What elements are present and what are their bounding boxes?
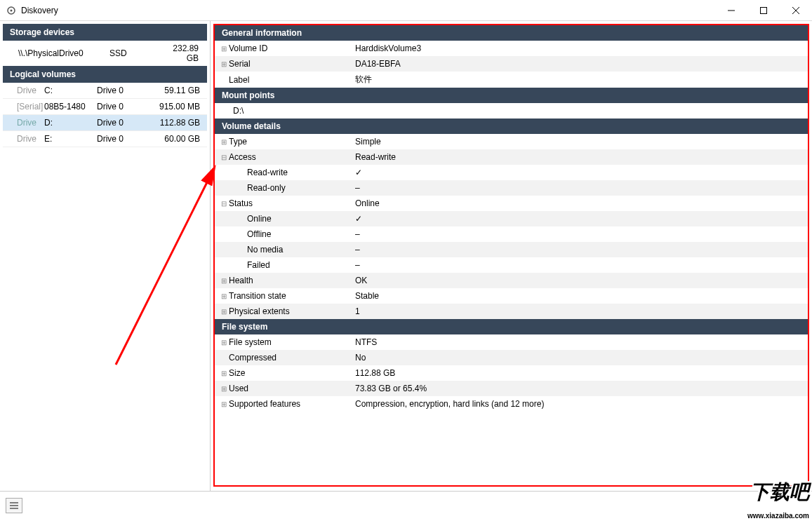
vol-letter: 08B5-1480 (44, 102, 97, 111)
row-compressed: Compressed No (215, 350, 808, 365)
val: NTFS (355, 337, 804, 347)
key: Read-only (247, 183, 355, 193)
row-used: ⊞ Used 73.83 GB or 65.4% (215, 381, 808, 396)
row-extents: ⊞ Physical extents 1 (215, 304, 808, 319)
row-volume-id: ⊞ Volume ID HarddiskVolume3 (215, 41, 808, 56)
row-serial: ⊞ Serial DA18-EBFA (215, 56, 808, 72)
val: OK (355, 276, 804, 285)
val: Stable (355, 291, 804, 301)
window-controls (715, 0, 812, 20)
expand-icon[interactable]: ⊞ (219, 370, 229, 377)
key: Online (247, 214, 355, 224)
detail-pane: General information ⊞ Volume ID Harddisk… (213, 24, 809, 487)
device-type: SSD (109, 48, 159, 58)
key: Transition state (229, 291, 355, 301)
row-size: ⊞ Size 112.88 GB (215, 365, 808, 381)
row-rw: Read-write ✓ (215, 165, 808, 180)
key: Failed (247, 260, 355, 270)
close-button[interactable] (780, 0, 812, 21)
row-transition: ⊞ Transition state Stable (215, 288, 808, 304)
titlebar: Diskovery (0, 0, 812, 21)
vol-label: Drive (6, 118, 44, 128)
vol-drive: Drive 0 (97, 118, 146, 128)
expand-icon[interactable]: ⊞ (219, 339, 229, 346)
minimize-button[interactable] (715, 0, 747, 21)
row-nomedia: No media – (215, 242, 808, 257)
vol-label: [Serial] (6, 102, 44, 111)
expand-icon[interactable]: ⊞ (219, 400, 229, 408)
key: Serial (229, 59, 355, 69)
expand-icon[interactable]: ⊞ (219, 138, 229, 146)
val: 112.88 GB (355, 368, 804, 378)
val: 1 (355, 306, 804, 316)
row-health: ⊞ Health OK (215, 273, 808, 288)
svg-rect-3 (761, 8, 767, 14)
val: ✓ (355, 214, 804, 224)
row-access: ⊟ Access Read-write (215, 149, 808, 165)
expand-icon[interactable]: ⊞ (219, 277, 229, 285)
key: Size (229, 368, 355, 378)
val: ✓ (355, 168, 804, 177)
key: Offline (247, 229, 355, 239)
device-size: 232.89 GB (159, 43, 203, 63)
vol-size: 59.11 GB (146, 86, 204, 95)
expand-icon[interactable]: ⊞ (219, 308, 229, 316)
key: Volume ID (229, 43, 355, 53)
val: 73.83 GB or 65.4% (355, 384, 804, 393)
volumes-section-header: Logical volumes (3, 66, 207, 83)
bottom-bar (0, 491, 812, 519)
volume-row-serial[interactable]: [Serial] 08B5-1480 Drive 0 915.00 MB (3, 99, 207, 115)
val: Online (355, 198, 804, 208)
expand-icon[interactable]: ⊞ (219, 45, 229, 53)
collapse-icon[interactable]: ⊟ (219, 154, 229, 161)
val: DA18-EBFA (355, 59, 804, 69)
mount-header: Mount points (215, 88, 808, 103)
hamburger-icon (10, 502, 18, 509)
volume-row-d[interactable]: Drive D: Drive 0 112.88 GB (3, 115, 207, 131)
menu-button[interactable] (6, 498, 22, 513)
svg-point-1 (11, 9, 13, 11)
val: HarddiskVolume3 (355, 43, 804, 53)
vol-letter: C: (44, 86, 97, 95)
val: – (355, 229, 804, 239)
storage-section-header: Storage devices (3, 24, 207, 41)
vol-drive: Drive 0 (97, 134, 146, 144)
key: Physical extents (229, 306, 355, 316)
val: Simple (355, 137, 804, 147)
row-label: Label 软件 (215, 72, 808, 88)
key: Label (229, 75, 355, 85)
general-header: General information (215, 25, 808, 41)
collapse-icon[interactable]: ⊟ (219, 200, 229, 208)
key: Supported features (229, 399, 355, 409)
row-type: ⊞ Type Simple (215, 134, 808, 149)
vol-size: 915.00 MB (146, 102, 204, 111)
val: Read-write (355, 152, 804, 162)
expand-icon[interactable]: ⊞ (219, 292, 229, 300)
expand-icon[interactable]: ⊞ (219, 385, 229, 393)
app-icon (6, 5, 17, 16)
volume-row-e[interactable]: Drive E: Drive 0 60.00 GB (3, 131, 207, 147)
key: No media (247, 245, 355, 255)
left-panel: Storage devices \\.\PhysicalDrive0 SSD 2… (0, 21, 211, 491)
storage-device-row[interactable]: \\.\PhysicalDrive0 SSD 232.89 GB (3, 41, 207, 66)
vol-size: 60.00 GB (146, 134, 204, 144)
val: No (355, 353, 804, 363)
row-status: ⊟ Status Online (215, 196, 808, 211)
vol-size: 112.88 GB (146, 118, 204, 128)
main-area: Storage devices \\.\PhysicalDrive0 SSD 2… (0, 21, 812, 491)
val: Compression, encryption, hard links (and… (355, 399, 804, 409)
expand-icon[interactable]: ⊞ (219, 60, 229, 68)
val: – (355, 245, 804, 255)
volume-row-c[interactable]: Drive C: Drive 0 59.11 GB (3, 83, 207, 99)
val: 软件 (355, 74, 804, 86)
val: D:\ (233, 106, 359, 116)
val: – (355, 260, 804, 270)
row-fs: ⊞ File system NTFS (215, 334, 808, 350)
filesystem-header: File system (215, 319, 808, 334)
row-failed: Failed – (215, 257, 808, 273)
maximize-button[interactable] (747, 0, 780, 21)
key: File system (229, 337, 355, 347)
key: Type (229, 137, 355, 147)
vol-letter: E: (44, 134, 97, 144)
row-online: Online ✓ (215, 211, 808, 226)
